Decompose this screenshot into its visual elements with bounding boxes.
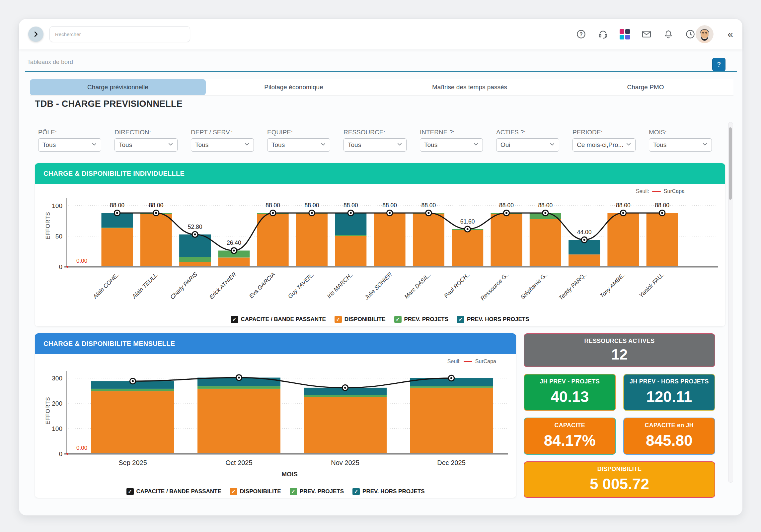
filter-select-dept-serv[interactable]: Tous <box>191 138 254 152</box>
legend-label: PREV. HORS PROJETS <box>467 316 529 323</box>
bar-segment-prev-projets <box>179 257 211 262</box>
bar-segment-prev-projets <box>410 386 493 388</box>
tab-charge-pmo[interactable]: Charge PMO <box>558 79 733 95</box>
line-marker-dot <box>389 212 391 214</box>
legend-checkbox-disponibilite[interactable]: ✓DISPONIBILITE <box>230 488 281 495</box>
kpi-capacite: CAPACITE84.17% <box>524 418 616 455</box>
chevron-down-icon <box>168 142 173 148</box>
bar-segment-disponibilite <box>257 214 289 267</box>
line-marker-dot <box>622 212 624 214</box>
filter-value: Tous <box>119 141 168 149</box>
filter-select-actifs[interactable]: Oui <box>496 138 559 152</box>
chart-card-monthly: CHARGE & DISPONIBILITE MENSUELLE Seuil: … <box>35 333 516 498</box>
line-value-label: 88.00 <box>266 202 280 209</box>
legend-label: DISPONIBILITE <box>240 488 281 495</box>
collapse-sidebar-icon[interactable]: « <box>727 29 733 39</box>
legend-label: PREV. PROJETS <box>300 488 344 495</box>
kpi-value: 40.13 <box>551 383 589 410</box>
threshold-value-label: 0.00 <box>76 445 87 451</box>
tab-ma-trise-des-temps-pass-s[interactable]: Maîtrise des temps passés <box>382 79 558 95</box>
help-button[interactable]: ? <box>712 58 725 71</box>
filter-label: EQUIPE: <box>267 129 330 136</box>
line-marker-dot <box>155 212 157 214</box>
help-icon[interactable]: ? <box>576 29 586 39</box>
chevron-down-icon <box>321 142 326 148</box>
legend-checkbox-prev-projets[interactable]: ✓PREV. PROJETS <box>290 488 344 495</box>
category-label: Teddy PARQ.. <box>558 271 588 301</box>
threshold-value-label: 0.00 <box>76 258 87 264</box>
legend-checkbox-capacite-bande-passante[interactable]: ✓CAPACITE / BANDE PASSANTE <box>126 488 221 495</box>
tab-charge-pr-visionnelle[interactable]: Charge prévisionnelle <box>30 79 206 95</box>
headset-icon[interactable] <box>598 29 608 39</box>
filter-select-mois[interactable]: Tous <box>649 138 712 152</box>
filter-select-interne[interactable]: Tous <box>420 138 483 152</box>
bar-segment-disponibilite <box>218 257 250 267</box>
chart2-plot: 01002003000.00Sep 2025Oct 2025Nov 2025De… <box>35 354 516 480</box>
x-axis-title: MOIS <box>281 471 298 478</box>
search-input[interactable] <box>49 26 190 42</box>
kpi-jh-prev-hors-projets: JH PREV - HORS PROJETS120.11 <box>623 374 716 411</box>
scrollbar-thumb[interactable] <box>729 127 732 200</box>
checkbox-checked-icon: ✓ <box>231 316 238 323</box>
filter-ressource: RESSOURCE:Tous <box>343 129 407 152</box>
line-marker-dot <box>583 239 585 241</box>
y-tick-label: 100 <box>52 202 62 209</box>
category-label: Marc DASIL.. <box>403 271 432 300</box>
apps-icon[interactable] <box>620 29 630 39</box>
bar-segment-disponibilite <box>452 230 483 267</box>
legend-checkbox-disponibilite[interactable]: ✓DISPONIBILITE <box>335 316 386 323</box>
kpi-value: 845.80 <box>646 427 693 454</box>
bell-icon[interactable] <box>663 29 674 39</box>
line-marker-dot <box>350 212 352 214</box>
bar-segment-disponibilite <box>91 391 174 454</box>
filter-select-direction[interactable]: Tous <box>114 138 178 152</box>
mail-icon[interactable] <box>641 29 652 39</box>
dashboard-tabs: Charge prévisionnellePilotage économique… <box>30 79 733 96</box>
filter-label: DIRECTION: <box>114 129 178 136</box>
y-tick-label: 0 <box>59 450 62 457</box>
line-marker-dot <box>450 377 452 379</box>
filter-periode: PERIODE:Ce mois-ci,Pro... <box>572 129 636 152</box>
legend-label: PREV. PROJETS <box>404 316 449 323</box>
line-marker-dot <box>238 376 240 378</box>
category-label: Nov 2025 <box>331 459 359 466</box>
category-label: Tony AMBE.. <box>598 271 627 299</box>
line-marker-dot <box>467 228 469 230</box>
category-label: Eva GARCIA <box>248 271 276 299</box>
category-label: Iris MARCH.. <box>326 271 354 299</box>
kpi-ressources-actives: RESSOURCES ACTIVES12 <box>524 333 715 367</box>
filter-label: DEPT / SERV.: <box>191 129 254 136</box>
y-tick-label: 50 <box>55 233 62 240</box>
bar-segment-prev-projets <box>197 386 280 389</box>
checkbox-checked-icon: ✓ <box>126 488 134 495</box>
category-label: Oct 2025 <box>225 459 252 466</box>
bar-segment-prev-projets <box>304 395 387 397</box>
filter-select-periode[interactable]: Ce mois-ci,Pro... <box>572 138 636 152</box>
kpi-value: 12 <box>611 343 628 366</box>
expand-menu-button[interactable] <box>28 27 43 42</box>
legend-checkbox-capacite-bande-passante[interactable]: ✓CAPACITE / BANDE PASSANTE <box>231 316 326 323</box>
capacity-line <box>133 377 451 387</box>
legend-label: CAPACITE / BANDE PASSANTE <box>241 316 326 323</box>
bar-segment-disponibilite <box>374 213 406 267</box>
user-avatar[interactable] <box>696 25 714 43</box>
checkbox-checked-icon: ✓ <box>352 488 360 495</box>
bar-segment-disponibilite <box>140 214 172 267</box>
filter-select-equipe[interactable]: Tous <box>267 138 330 152</box>
line-marker-dot <box>194 233 196 235</box>
checkbox-checked-icon: ✓ <box>394 316 402 323</box>
filter-select-p-le[interactable]: Tous <box>38 138 101 152</box>
main-card: ? « Tableaux de bord ? Charge prévisionn <box>19 19 742 515</box>
filter-label: PÔLE: <box>38 129 101 136</box>
line-value-label: 26.40 <box>227 239 241 246</box>
kpi-disponibilite: DISPONIBILITE5 005.72 <box>524 461 715 498</box>
svg-text:?: ? <box>580 32 583 37</box>
filter-value: Tous <box>653 141 702 149</box>
breadcrumb-underline <box>25 71 737 72</box>
legend-checkbox-prev-hors-projets[interactable]: ✓PREV. HORS PROJETS <box>457 316 529 323</box>
filter-select-ressource[interactable]: Tous <box>343 138 407 152</box>
legend-checkbox-prev-hors-projets[interactable]: ✓PREV. HORS PROJETS <box>352 488 424 495</box>
legend-checkbox-prev-projets[interactable]: ✓PREV. PROJETS <box>394 316 449 323</box>
clock-icon[interactable] <box>685 29 696 39</box>
tab-pilotage-conomique[interactable]: Pilotage économique <box>206 79 382 95</box>
